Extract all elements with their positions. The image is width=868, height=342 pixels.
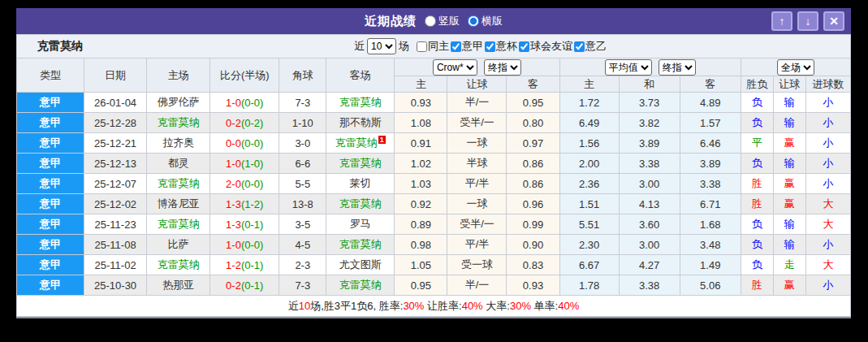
close-button[interactable]: ✕ xyxy=(823,11,844,31)
filter-checkbox[interactable] xyxy=(417,41,427,52)
date-cell: 25-11-23 xyxy=(84,214,147,235)
home-team-cell[interactable]: 拉齐奥 xyxy=(147,133,210,154)
asian-home-odds-cell: 1.08 xyxy=(395,113,447,133)
asian-handicap-cell: 一球 xyxy=(447,133,507,154)
col-header-type: 类型 xyxy=(17,58,84,93)
europe-draw-odds-cell: 3.60 xyxy=(619,214,680,235)
filter-checkbox[interactable] xyxy=(574,41,585,52)
europe-home-odds-cell: 1.56 xyxy=(559,133,619,154)
away-team-cell[interactable]: 克雷莫纳 xyxy=(326,93,395,113)
recent-results-window: 近期战绩 竖版横版 ↑ ↓ ✕ 克雷莫纳 近 10 场 同主意甲意杯球会友谊意乙 xyxy=(16,8,851,318)
match-result-cell: 负 xyxy=(741,214,773,235)
table-header: 类型 日期 主场 比分(半场) 角球 客场 Crow* 终指 平均值 xyxy=(17,58,851,93)
corner-cell: 5-5 xyxy=(279,174,326,194)
goals-result-cell: 小 xyxy=(805,113,850,133)
halftime-score: (0-0) xyxy=(241,137,263,149)
fulltime-score: 0-2 xyxy=(226,279,241,292)
handicap-result-cell: 赢 xyxy=(773,174,805,194)
league-cell[interactable]: 意甲 xyxy=(17,194,84,214)
fulltime-score: 1-0 xyxy=(226,97,241,109)
away-team-cell[interactable]: 莱切 xyxy=(326,174,395,194)
europe-average-select[interactable]: 平均值 xyxy=(605,59,652,76)
league-cell[interactable]: 意甲 xyxy=(17,275,84,296)
goals-result-cell: 小 xyxy=(805,174,850,194)
summary-segment: 30% xyxy=(403,300,424,312)
layout-radio[interactable] xyxy=(425,15,436,27)
up-arrow-icon: ↑ xyxy=(779,15,785,28)
away-team-cell[interactable]: 那不勒斯 xyxy=(326,113,395,133)
goals-result-cell: 小 xyxy=(805,93,850,113)
filter-checkbox-item[interactable]: 意乙 xyxy=(574,39,607,54)
fulltime-score: 2-0 xyxy=(226,178,241,190)
table-row: 意甲25-12-07克雷莫纳2-0(0-0)5-5莱切1.03平/半0.862.… xyxy=(17,174,851,194)
handicap-result-cell: 赢 xyxy=(773,133,805,154)
home-team-cell[interactable]: 比萨 xyxy=(147,235,210,255)
home-team-cell[interactable]: 都灵 xyxy=(147,154,210,174)
summary-segment: 30% xyxy=(510,300,531,312)
layout-radio[interactable] xyxy=(468,15,479,27)
away-team-cell[interactable]: 克雷莫纳 xyxy=(326,275,395,296)
corner-cell: 7-3 xyxy=(279,93,326,113)
away-team-cell[interactable]: 克雷莫纳1 xyxy=(326,133,395,154)
filter-checkbox-label: 意杯 xyxy=(496,39,517,54)
league-cell[interactable]: 意甲 xyxy=(17,93,84,113)
scroll-down-button[interactable]: ↓ xyxy=(797,11,818,31)
corner-cell: 3-5 xyxy=(279,214,326,235)
filter-checkbox-item[interactable]: 同主 xyxy=(417,39,449,54)
home-team-cell[interactable]: 克雷莫纳 xyxy=(147,174,210,194)
odds-source-select[interactable]: Crow* xyxy=(433,59,477,76)
match-result-cell: 胜 xyxy=(741,174,773,194)
layout-radio-item[interactable]: 竖版 xyxy=(425,14,460,28)
league-cell[interactable]: 意甲 xyxy=(17,235,84,255)
table-row: 意甲25-11-08比萨1-0(0-0)4-5克雷莫纳0.98平/半0.902.… xyxy=(17,235,851,255)
filter-checkbox-label: 球会友谊 xyxy=(530,39,572,54)
away-team-cell[interactable]: 克雷莫纳 xyxy=(326,235,395,255)
filter-checkbox-item[interactable]: 意甲 xyxy=(451,39,483,54)
layout-radio-label: 横版 xyxy=(482,14,503,28)
corner-cell: 1-10 xyxy=(279,113,326,133)
summary-segment: 近 xyxy=(288,300,299,312)
asian-odds-time-select[interactable]: 终指 xyxy=(484,59,521,76)
handicap-result-cell: 输 xyxy=(773,214,805,235)
home-team-cell[interactable]: 克雷莫纳 xyxy=(147,255,210,275)
asian-home-odds-cell: 0.93 xyxy=(395,93,447,113)
filter-checkbox-item[interactable]: 球会友谊 xyxy=(519,39,572,54)
europe-odds-time-select[interactable]: 终指 xyxy=(659,59,696,76)
home-team-cell[interactable]: 克雷莫纳 xyxy=(147,214,210,235)
home-team-cell[interactable]: 克雷莫纳 xyxy=(147,113,210,133)
corner-cell: 7-3 xyxy=(279,275,326,296)
away-team-cell[interactable]: 克雷莫纳 xyxy=(326,154,395,174)
home-team-cell[interactable]: 博洛尼亚 xyxy=(147,194,210,214)
corner-cell: 6-6 xyxy=(279,154,326,174)
league-cell[interactable]: 意甲 xyxy=(17,113,84,133)
scroll-up-button[interactable]: ↑ xyxy=(771,11,792,31)
filter-checkbox[interactable] xyxy=(451,41,461,52)
filter-checkbox-item[interactable]: 意杯 xyxy=(485,39,517,54)
subcol-result-winlose: 胜负 xyxy=(741,76,773,93)
home-team-cell[interactable]: 佛罗伦萨 xyxy=(147,93,210,113)
match-count-select[interactable]: 10 xyxy=(367,38,396,54)
filter-checkbox[interactable] xyxy=(519,41,529,52)
league-cell[interactable]: 意甲 xyxy=(17,174,84,194)
summary-segment: 40% xyxy=(558,300,579,312)
away-team-cell[interactable]: 尤文图斯 xyxy=(326,255,395,275)
layout-radio-item[interactable]: 横版 xyxy=(468,14,503,28)
match-scope-select[interactable]: 全场 xyxy=(777,59,814,76)
fulltime-score: 0-2 xyxy=(226,117,241,129)
away-team-cell[interactable]: 克雷莫纳 xyxy=(326,194,395,214)
handicap-result-cell: 走 xyxy=(773,255,805,275)
date-cell: 26-01-04 xyxy=(84,93,147,113)
league-cell[interactable]: 意甲 xyxy=(17,214,84,235)
away-team-cell[interactable]: 罗马 xyxy=(326,214,395,235)
europe-away-odds-cell: 3.48 xyxy=(680,235,741,255)
score-cell: 0-2(0-2) xyxy=(210,113,279,133)
halftime-score: (0-1) xyxy=(241,279,263,292)
table-row: 意甲25-11-23克雷莫纳1-3(0-1)3-5罗马0.89受半/一0.995… xyxy=(17,214,851,235)
league-cell[interactable]: 意甲 xyxy=(17,154,84,174)
halftime-score: (1-0) xyxy=(241,158,263,170)
league-cell[interactable]: 意甲 xyxy=(17,133,84,154)
filter-checkbox[interactable] xyxy=(485,41,495,52)
match-result-cell: 胜 xyxy=(741,194,773,214)
league-cell[interactable]: 意甲 xyxy=(17,255,84,275)
home-team-cell[interactable]: 热那亚 xyxy=(147,275,210,296)
